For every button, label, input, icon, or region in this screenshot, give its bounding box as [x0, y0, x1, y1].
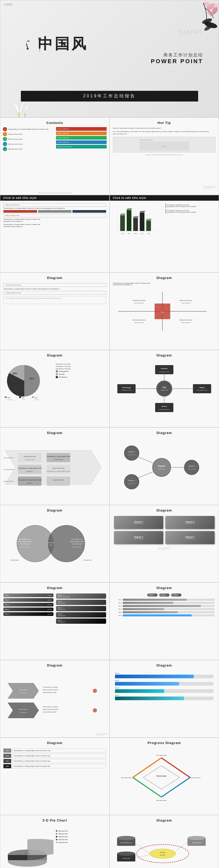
svg-rect-26 [133, 218, 138, 231]
progress-row-3: Text 3 [114, 605, 215, 607]
svg-text:Your text in here: Your text in here [25, 459, 34, 460]
svg-text:Click to add text: Click to add text [20, 546, 30, 548]
svg-text:Click to edit text: Click to edit text [188, 468, 195, 470]
pie-label-3: Add your text [56, 836, 108, 837]
svg-text:Description of the: Description of the [159, 409, 170, 410]
pill-2-1-sub: sub text here sub text [58, 596, 105, 598]
cover-subtitle-block: 商务工作计划总结 POWER POINT [151, 53, 203, 65]
slide-15: Diagram Text in here sub text here Theme… [0, 660, 110, 738]
blue-prog-4-label: Text 4 [115, 694, 214, 696]
slide-4-title: Click to edit title style [113, 196, 216, 199]
slide-17-title: Diagram [0, 738, 109, 746]
svg-rect-23 [127, 210, 132, 231]
cover-logo: LOGO [4, 3, 12, 6]
pie-label-text-2: Add your text [59, 833, 68, 835]
btn-2-desc: Click to edit text [185, 523, 194, 524]
contents-item-5: 5 Add your text in here [3, 147, 53, 151]
contents-item-2: 2 Add your text in here [3, 132, 53, 136]
cover-banner: 2019年工作总结报告 [21, 91, 198, 101]
svg-text:add your text in here: add your text in here [24, 456, 36, 457]
prog-track-2 [123, 602, 215, 604]
svg-rect-84 [18, 453, 41, 462]
prog-track-5 [123, 611, 215, 613]
slide-3-content: Add your title in here ThemeGallery is a… [0, 201, 109, 230]
svg-text:Text in here: Text in here [19, 689, 27, 690]
svg-text:Diagram 1: Diagram 1 [128, 451, 135, 453]
svg-text:Title: Title [162, 386, 166, 388]
slide-18: Progress Diagram Text in here Your text … [110, 738, 219, 815]
pill-2-4: Text 4 sub text here [56, 612, 106, 617]
svg-text:Click to edit: Click to edit [158, 468, 165, 470]
pill-1-4: Text 4 sub text [3, 608, 53, 611]
slide-contents: Contents 1 ThemeGallery is a Design Digi… [0, 118, 110, 195]
prog-fill-2 [123, 602, 173, 604]
svg-text:Title: Title [134, 233, 137, 235]
pie-legend-row-2: 16% 18% [56, 373, 106, 375]
button-grid: Diagram 1 Click to edit text Diagram 2 C… [114, 516, 215, 544]
svg-text:Service: Service [161, 406, 167, 407]
svg-text:Add your: Add your [160, 851, 166, 853]
slide-12-content: Diagram 1 Click to edit text Diagram 2 C… [110, 514, 219, 553]
prog-label-2: Text 2 [114, 602, 122, 603]
legend-label-1: Technology 50% [59, 371, 69, 372]
slide-9-title: Diagram [0, 428, 109, 436]
pill-1-4-sub: sub text [47, 609, 52, 610]
3d-pie-svg: Your Slogan Here [1, 825, 53, 868]
row-item-1: label ThemeGallery is a Design Digital c… [3, 748, 106, 753]
blue-prog-2-track [115, 682, 214, 686]
red-bar [3, 210, 37, 213]
top-pill-1: Text 1 [147, 593, 157, 597]
svg-text:sub text here: sub text here [20, 712, 27, 713]
blue-prog-2-label: Text 2 [115, 680, 214, 681]
row-label-1: label [3, 748, 11, 753]
venn-svg: ThemeGallery is a Design Digital Content… [1, 515, 103, 572]
svg-text:ThemeGallery is a: ThemeGallery is a [120, 842, 133, 843]
svg-marker-133 [7, 683, 39, 699]
contents-layout: 1 ThemeGallery is a Design Digital Conte… [0, 126, 109, 152]
slide-8-title: Diagram [110, 350, 219, 359]
prog-label-4: Text 4 [114, 608, 122, 610]
pie-dot-1 [56, 830, 57, 832]
row-text-2: ThemeGallery is a Design Digital content… [12, 754, 106, 758]
pill-1-5-sub: sub text [47, 613, 52, 615]
pie-legend-row-3: 24% Business [56, 376, 106, 378]
s5-text2: + Add your title in here [3, 291, 106, 294]
pie-area: 50% 24% 18% 50% Technology 24% Service 1… [3, 360, 54, 403]
slide-1-title: Contents [0, 118, 109, 126]
slide-20: Diagram ThemeGallery is a Click to edit [110, 815, 219, 868]
cover-main-title: 中国风 [26, 34, 88, 55]
svg-point-107 [124, 446, 139, 460]
svg-line-155 [161, 777, 190, 797]
slide-16-title: Diagram [110, 660, 219, 669]
svg-text:Title: Title [161, 311, 164, 313]
svg-rect-87 [47, 453, 70, 462]
svg-text:Diagram: Diagram [158, 465, 165, 467]
slide-row-4: Diagram 50% 24% 18% [0, 350, 219, 428]
svg-point-111 [124, 474, 139, 489]
svg-text:Digital Content & Contents: Digital Content & Contents [43, 709, 58, 710]
prog-fill-4 [123, 608, 164, 610]
slide-14-content: Text 1 Text 1 Text 3 Text 1 Text 2 Text … [110, 591, 219, 620]
svg-marker-28 [133, 216, 139, 217]
prog-fill-3 [123, 605, 201, 607]
svg-text:Description of the: Description of the [121, 390, 132, 391]
legend-label-3: 24% Business [59, 376, 67, 378]
svg-rect-75 [155, 403, 173, 412]
slide-4-header: Click to edit title style [110, 195, 219, 201]
blue-prog-3-track [115, 689, 214, 693]
svg-text:Click to add text: Click to add text [72, 546, 82, 548]
slide-19-title: 3-D Pie Chart [0, 815, 109, 824]
svg-text:Your text here: Your text here [83, 559, 92, 561]
row-item-2: label ThemeGallery is a Design Digital c… [3, 754, 106, 758]
svg-text:sub text here: sub text here [20, 692, 27, 694]
pill-1-2: Text 2 sub text [3, 598, 53, 602]
dot-2: 2 [3, 132, 7, 136]
svg-text:Technology: Technology [122, 387, 131, 388]
slide-1-footer: ThemeGallery is a Design Digital Content… [38, 192, 71, 194]
btn-3-label: Diagram 3 [134, 536, 143, 538]
blue-prog-2-fill [115, 682, 179, 686]
pie-dot-4 [56, 839, 57, 840]
svg-text:ThemeGallery is a Design Digit: ThemeGallery is a Design Digital Content [46, 470, 70, 472]
s5-input-box: ThemeGallery is a Design Digital Content… [3, 296, 106, 304]
svg-text:Your text: Your text [48, 542, 54, 544]
